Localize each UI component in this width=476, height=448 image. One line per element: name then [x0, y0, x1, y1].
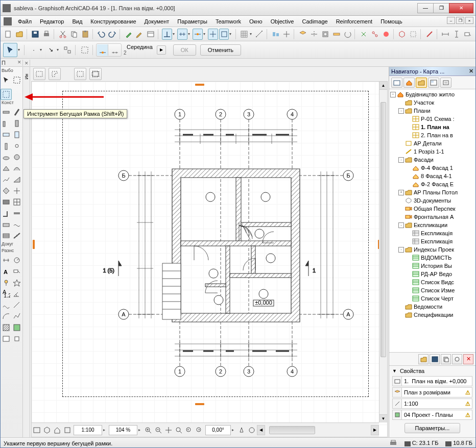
- rotate-icon[interactable]: [343, 29, 353, 40]
- curtainwall-tool[interactable]: [12, 196, 23, 208]
- orient-icon[interactable]: [236, 425, 247, 435]
- tree-item[interactable]: Експликація: [389, 237, 475, 245]
- polyline-tool[interactable]: [12, 311, 23, 322]
- orient2-icon[interactable]: [247, 425, 257, 435]
- marquee-tool[interactable]: [12, 74, 23, 86]
- dropdown-icon[interactable]: ▸: [232, 428, 236, 432]
- point-mode-icon[interactable]: ·: [28, 44, 39, 56]
- nav-viewmap-icon[interactable]: [416, 78, 427, 88]
- spline-tool[interactable]: [1, 300, 12, 311]
- tree-item[interactable]: +АР Планы Потол: [389, 188, 475, 196]
- dim-tool[interactable]: [1, 255, 12, 266]
- tree-item[interactable]: 8 Фасад 4-1: [389, 172, 475, 180]
- copy-icon[interactable]: [69, 29, 79, 40]
- redo-icon[interactable]: [107, 29, 117, 40]
- menu-help[interactable]: Помощь: [376, 17, 407, 26]
- close-button[interactable]: ✕: [449, 3, 473, 13]
- horizontal-scrollbar[interactable]: [265, 426, 371, 434]
- dropdown-icon[interactable]: ▾: [40, 47, 44, 52]
- tree-item[interactable]: -Плани: [389, 107, 475, 115]
- expand-icon[interactable]: -: [398, 157, 404, 163]
- navigator-title[interactable]: Навигатор - Карта ... ✕: [389, 67, 475, 76]
- undo-icon[interactable]: [96, 29, 106, 40]
- dropdown-icon[interactable]: ▸: [138, 428, 143, 432]
- dropdown-icon[interactable]: ▸: [103, 428, 108, 432]
- scroll-thumb[interactable]: [380, 102, 386, 357]
- tree-item[interactable]: 2. План на в: [389, 131, 475, 139]
- grid-tool[interactable]: [12, 185, 23, 196]
- beam-tool[interactable]: [1, 118, 12, 129]
- snap-mid-icon[interactable]: [193, 29, 203, 40]
- wall-tool[interactable]: [1, 107, 12, 118]
- marquee-thick-icon[interactable]: [89, 68, 102, 80]
- mesh-tool[interactable]: [1, 174, 12, 185]
- line-mode-icon[interactable]: ↘: [45, 44, 56, 56]
- navigator-tree[interactable]: − Будівництво житло Участок-ПланиР-01 Сх…: [389, 89, 475, 353]
- group-mode-icon[interactable]: [62, 44, 73, 56]
- zoom-extents-icon[interactable]: [174, 425, 184, 435]
- tree-item[interactable]: Список Видс: [389, 278, 475, 286]
- grid-toggle-icon[interactable]: [239, 29, 249, 40]
- tree-item[interactable]: ВІДОМІСТЬ: [389, 254, 475, 262]
- label-icon[interactable]: [463, 29, 473, 40]
- prop-row-name[interactable]: 1. План на відм. +0,000: [392, 376, 472, 386]
- trace-icon[interactable]: [408, 29, 418, 40]
- menu-window[interactable]: Окно: [245, 17, 267, 26]
- zoom-out-icon[interactable]: [153, 425, 163, 435]
- move-icon[interactable]: [282, 29, 292, 40]
- vtab-close-icon[interactable]: ✕: [23, 61, 30, 66]
- hotspot-tool[interactable]: [12, 277, 23, 288]
- menu-document[interactable]: Документ: [140, 17, 174, 26]
- drawing-tool[interactable]: [1, 333, 12, 344]
- tree-item[interactable]: 1 Розріз 1-1: [389, 147, 475, 156]
- expand-icon[interactable]: -: [398, 222, 404, 228]
- nav-clone-icon[interactable]: [441, 354, 451, 364]
- tree-item[interactable]: Общая Перспек: [389, 205, 475, 213]
- expand-icon[interactable]: -: [398, 247, 404, 253]
- scroll-left-icon[interactable]: ◀: [257, 425, 265, 435]
- next-view-icon[interactable]: [194, 425, 204, 435]
- dropdown-icon[interactable]: ▾: [229, 32, 233, 36]
- radial-dim-tool[interactable]: [12, 255, 23, 266]
- tree-item[interactable]: Р-01 Схема :: [389, 115, 475, 123]
- angledim-tool[interactable]: [12, 288, 23, 300]
- figure-tool[interactable]: [12, 322, 23, 333]
- tree-item[interactable]: Список Черт: [389, 294, 475, 303]
- roof-tool[interactable]: [12, 152, 23, 163]
- nav-layout-icon[interactable]: [428, 78, 439, 88]
- save-icon[interactable]: [30, 29, 40, 40]
- window-tool[interactable]: [1, 129, 12, 140]
- nav-save-view-icon[interactable]: [430, 354, 440, 364]
- nav-delete-icon[interactable]: ✕: [463, 354, 473, 364]
- menu-file[interactable]: Файл: [14, 17, 36, 26]
- color-icon[interactable]: [381, 29, 391, 40]
- tree-item[interactable]: Спецификации: [389, 311, 475, 319]
- mdi-minimize[interactable]: –: [447, 17, 455, 24]
- snap-end-icon[interactable]: [97, 44, 108, 56]
- arrow-tool[interactable]: [1, 74, 12, 86]
- print-icon[interactable]: [41, 29, 52, 40]
- new-doc-icon[interactable]: [3, 29, 13, 40]
- marquee-rect-icon[interactable]: [33, 68, 45, 80]
- properties-header[interactable]: ▼Свойства: [392, 368, 472, 374]
- dropdown-icon[interactable]: ▾: [57, 47, 61, 52]
- snap-perp-icon[interactable]: [162, 29, 172, 40]
- morph-tool[interactable]: [12, 163, 23, 174]
- dropdown-icon[interactable]: ▾: [18, 47, 22, 52]
- curtain-tool[interactable]: [12, 174, 23, 185]
- menu-view[interactable]: Вид: [68, 17, 86, 26]
- door-tool[interactable]: [12, 129, 23, 140]
- spot-tool[interactable]: [1, 277, 12, 288]
- home-icon[interactable]: [52, 425, 62, 435]
- snap-intersect-icon[interactable]: [219, 29, 229, 40]
- solid-tool[interactable]: [1, 196, 12, 208]
- dropdown-icon[interactable]: ▾: [250, 32, 254, 36]
- tree-item[interactable]: Список Изме: [389, 286, 475, 294]
- menu-reinforcement[interactable]: Reinforcement: [332, 17, 377, 26]
- pan-icon[interactable]: [163, 425, 174, 435]
- measure-icon[interactable]: [254, 29, 265, 40]
- hatch-tool[interactable]: [1, 322, 12, 333]
- 3d-icon[interactable]: [42, 425, 52, 435]
- menu-edit[interactable]: Редактор: [36, 17, 68, 26]
- rail-tool[interactable]: [12, 230, 23, 241]
